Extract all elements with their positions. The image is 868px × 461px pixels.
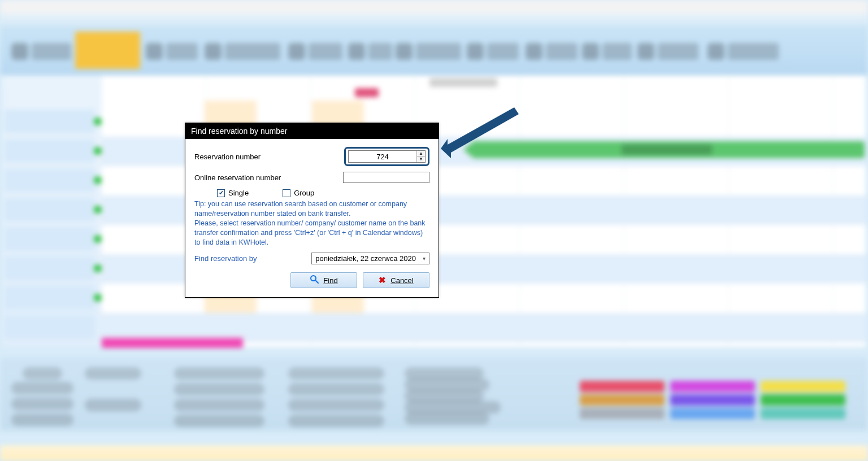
find-by-label: Find reservation by — [194, 254, 305, 263]
online-reservation-number-input[interactable] — [343, 172, 429, 183]
checkbox-unchecked-icon — [283, 189, 290, 197]
spinner-down-icon[interactable]: ▼ — [417, 156, 425, 162]
single-checkbox[interactable]: ✔ Single — [217, 189, 249, 197]
group-checkbox[interactable]: Group — [283, 189, 314, 197]
checkbox-checked-icon: ✔ — [217, 189, 225, 197]
svg-line-2 — [315, 280, 318, 283]
find-reservation-dialog: Find reservation by number Reservation n… — [185, 123, 439, 298]
cancel-button[interactable]: ✖ Cancel — [363, 272, 429, 288]
online-reservation-number-label: Online reservation number — [194, 173, 343, 182]
find-button-label: Find — [323, 276, 337, 285]
chevron-down-icon: ▾ — [423, 255, 426, 262]
reservation-number-label: Reservation number — [194, 153, 344, 161]
dialog-title: Find reservation by number — [185, 123, 439, 139]
search-icon — [310, 275, 319, 286]
spinner-buttons[interactable]: ▲ ▼ — [416, 151, 425, 162]
svg-marker-0 — [441, 107, 519, 158]
reservation-number-spinner[interactable]: ▲ ▼ — [348, 150, 426, 163]
tip-text: Tip: you can use reservation search base… — [194, 199, 429, 247]
single-label: Single — [228, 189, 249, 197]
spinner-up-icon[interactable]: ▲ — [417, 151, 425, 156]
reservation-number-input[interactable] — [349, 151, 416, 162]
annotation-arrow — [435, 101, 526, 163]
reservation-number-highlight: ▲ ▼ — [344, 147, 429, 166]
cancel-button-label: Cancel — [390, 276, 413, 285]
find-button[interactable]: Find — [290, 272, 357, 288]
find-by-date-select[interactable]: poniedziałek, 22 czerwca 2020 ▾ — [311, 253, 429, 264]
group-label: Group — [294, 189, 314, 197]
date-value: poniedziałek, 22 czerwca 2020 — [315, 254, 416, 263]
close-icon: ✖ — [379, 275, 386, 285]
